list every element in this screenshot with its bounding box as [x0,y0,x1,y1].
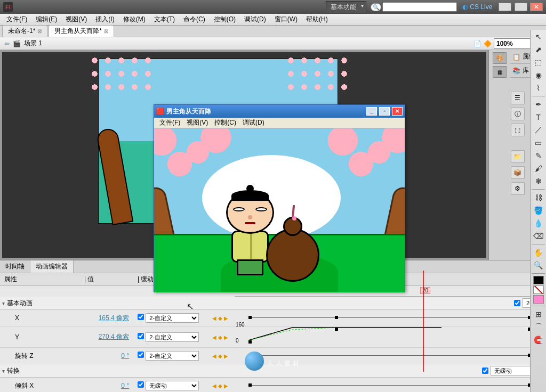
menu-view[interactable]: 视图(V) [61,14,91,25]
preview-menu-view[interactable]: 视图(V) [183,117,211,128]
ease-select[interactable]: 2-自定义 [146,313,199,323]
lasso-tool[interactable]: ⌇ [532,82,545,94]
pen-tool[interactable]: ✒ [532,99,545,110]
scene-icon: 🎬 [13,40,21,47]
preview-maximize[interactable]: ▫ [379,107,390,116]
hand-tool[interactable]: ✋ [532,247,545,258]
menu-file[interactable]: 文件(F) [2,14,31,25]
swatches-panel-icon[interactable]: ▦ [493,66,507,78]
menu-window[interactable]: 窗口(W) [270,14,302,25]
ease-checkbox[interactable] [138,333,144,339]
option-magnet[interactable]: 🧲 [532,334,545,346]
swap-colors[interactable] [533,295,544,304]
option-snap[interactable]: ⊞ [532,308,545,320]
preview-menu-control[interactable]: 控制(C) [211,117,239,128]
menu-insert[interactable]: 插入(I) [91,14,118,25]
preview-titlebar[interactable]: 🟥 男主角从天而降 _ ▫ ✕ [154,105,405,118]
info-panel-icon[interactable]: ⓘ [511,108,525,120]
pencil-tool[interactable]: ✎ [532,150,545,161]
swf-preview-window[interactable]: 🟥 男主角从天而降 _ ▫ ✕ 文件(F) 视图(V) 控制(C) 调试(D) [154,104,405,292]
bone-tool[interactable]: ⛓ [532,192,545,203]
menu-commands[interactable]: 命令(C) [179,14,210,25]
eyedropper-tool[interactable]: 💧 [532,217,545,229]
group-basic-motion[interactable]: ▾ 基本动画 2- [0,297,546,310]
eraser-tool[interactable]: ⌫ [532,230,545,242]
prop-value[interactable]: 0 ° [80,350,133,361]
line-tool[interactable]: ／ [532,124,545,136]
preview-menu-file[interactable]: 文件(F) [156,117,183,128]
close-icon[interactable]: ⊠ [104,28,108,34]
ease-select[interactable]: 2-自定义 [146,332,199,342]
selection-tool[interactable]: ↖ [532,31,545,43]
ease-enable-checkbox[interactable] [482,368,488,374]
preview-menu-debug[interactable]: 调试(D) [239,117,268,128]
option-smooth[interactable]: ⌒ [532,321,545,333]
zoom-tool[interactable]: 🔍 [532,259,545,271]
graph-y[interactable] [239,331,542,344]
align-panel-icon[interactable]: ☰ [511,92,525,104]
edit-symbol-icon[interactable]: 🔶 [484,40,492,47]
text-tool[interactable]: T [532,111,545,123]
doc-tab-1[interactable]: 未命名-1*⊠ [2,25,47,37]
doc-tab-2[interactable]: 男主角从天而降*⊠ [49,25,114,37]
fill-color[interactable] [533,285,544,294]
menu-control[interactable]: 控制(O) [210,14,240,25]
rectangle-tool[interactable]: ▭ [532,137,545,149]
paint-bucket-tool[interactable]: 🪣 [532,205,545,216]
app-logo: Fl [3,2,13,12]
code-panel-icon[interactable]: 📦 [511,166,525,179]
minimize-button[interactable]: — [499,3,511,11]
free-transform-tool[interactable]: ⬚ [532,56,545,68]
keyframe-nav[interactable]: ◀ ◆ ▶ [212,353,228,359]
collapse-icon[interactable]: ▾ [2,368,5,374]
keyframe-nav[interactable]: ◀ ◆ ▶ [212,315,228,321]
playhead-marker[interactable]: 20 [420,287,430,294]
subselection-tool[interactable]: ⬈ [532,44,545,55]
close-icon[interactable]: ⊠ [37,28,42,34]
color-panel-icon[interactable]: 🎨 [493,52,507,64]
cslive-link[interactable]: CS Live [462,3,492,11]
ease-checkbox[interactable] [138,352,144,358]
ease-select[interactable]: 2-自定义 [146,351,199,361]
workspace-switcher[interactable]: 基本功能 [326,1,366,13]
edit-scene-icon[interactable]: 📄 [473,40,481,47]
preview-menu-bar: 文件(F) 视图(V) 控制(C) 调试(D) [154,118,405,128]
transform-panel-icon[interactable]: ⬚ [511,124,525,136]
prop-value[interactable]: 165.4 像索 [80,312,133,324]
keyframe-nav[interactable]: ◀ ◆ ▶ [212,334,228,340]
graph-x[interactable] [239,312,542,324]
playhead-line [423,271,424,372]
graph-rz[interactable] [239,349,542,362]
back-arrow-icon[interactable]: ⇦ [4,40,10,47]
graph-sx[interactable] [239,379,542,392]
menu-help[interactable]: 帮助(H) [302,14,332,25]
3d-rotation-tool[interactable]: ◉ [532,69,545,81]
ease-checkbox[interactable] [138,381,144,388]
ease-checkbox[interactable] [138,314,144,320]
ease-select[interactable]: 无缓动 [146,381,199,390]
menu-modify[interactable]: 修改(M) [119,14,150,25]
close-button[interactable]: ✕ [530,3,543,11]
group-transform[interactable]: ▾ 转换 无缓动 [0,364,546,378]
search-input[interactable] [382,2,457,12]
actions-panel-icon[interactable]: ⚙ [511,182,525,195]
preview-minimize[interactable]: _ [366,107,377,116]
tools-panel: ↖ ⬈ ⬚ ◉ ⌇ ✒ T ／ ▭ ✎ 🖌 ❃ ⛓ 🪣 💧 ⌫ ✋ 🔍 ⊞ ⌒ … [530,30,546,392]
menu-debug[interactable]: 调试(D) [240,14,270,25]
timeline-tab[interactable]: 时间轴 [0,260,30,273]
ease-enable-checkbox[interactable] [514,300,520,306]
maximize-button[interactable]: ▢ [515,3,527,11]
preview-close[interactable]: ✕ [392,107,403,116]
prop-value[interactable]: 270.4 像索 [80,331,133,343]
menu-edit[interactable]: 编辑(E) [31,14,61,25]
keyframe-nav[interactable]: ◀ ◆ ▶ [212,383,228,389]
project-panel-icon[interactable]: 📁 [511,150,525,163]
collapse-icon[interactable]: ▾ [2,300,5,306]
prop-value[interactable]: 0 ° [80,380,133,391]
motion-editor-tab[interactable]: 动画编辑器 [30,260,74,273]
brush-tool[interactable]: 🖌 [532,162,545,174]
library-panel-tab[interactable]: 📚库 [512,66,529,75]
deco-tool[interactable]: ❃ [532,175,545,187]
stroke-color[interactable] [533,276,544,284]
menu-text[interactable]: 文本(T) [150,14,179,25]
